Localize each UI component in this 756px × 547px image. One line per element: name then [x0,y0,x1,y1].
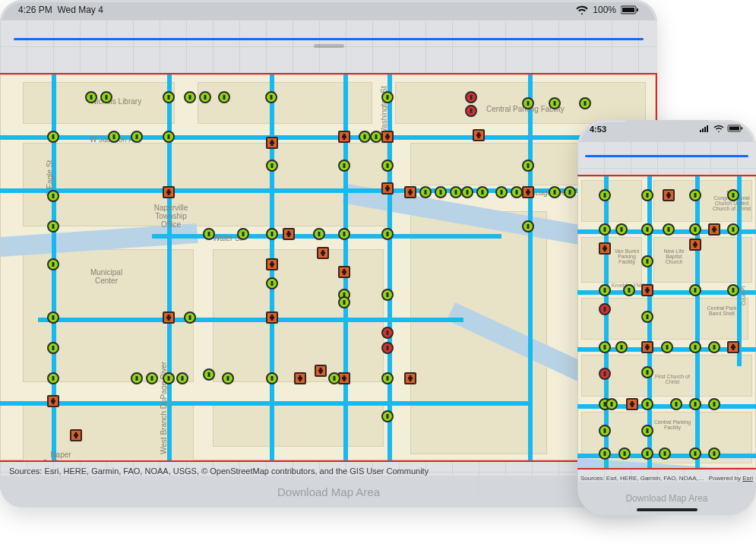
orange-marker[interactable] [473,129,485,141]
green-marker[interactable] [381,91,394,103]
green-marker[interactable] [659,447,671,460]
green-marker[interactable] [338,228,350,240]
green-marker[interactable] [689,341,701,353]
green-marker[interactable] [689,284,701,296]
green-marker[interactable] [579,97,591,109]
orange-marker[interactable] [47,395,59,407]
green-marker[interactable] [266,277,278,289]
green-marker[interactable] [450,186,462,198]
map-view[interactable]: Nichols Library W Jackson Ave Central Pa… [0,73,657,462]
orange-marker[interactable] [404,372,416,384]
orange-marker[interactable] [283,228,295,240]
orange-marker[interactable] [626,398,638,410]
green-marker[interactable] [522,160,534,172]
green-marker[interactable] [47,311,59,324]
green-marker[interactable] [266,228,278,240]
green-marker[interactable] [661,341,673,353]
green-marker[interactable] [203,228,215,240]
download-map-button[interactable]: Download Map Area [0,476,657,507]
green-marker[interactable] [615,223,628,236]
green-marker[interactable] [641,398,653,410]
green-marker[interactable] [359,131,371,143]
orange-marker[interactable] [315,365,327,377]
green-marker[interactable] [163,91,175,103]
orange-marker[interactable] [663,189,675,201]
orange-marker[interactable] [641,341,653,353]
green-marker[interactable] [338,160,350,172]
green-marker[interactable] [47,258,59,270]
green-marker[interactable] [266,372,278,384]
green-marker[interactable] [370,131,382,143]
grabber-icon[interactable] [314,44,344,48]
green-marker[interactable] [641,255,653,267]
orange-marker[interactable] [266,137,278,149]
green-marker[interactable] [727,284,739,296]
green-marker[interactable] [47,190,59,202]
orange-marker[interactable] [338,266,350,278]
green-marker[interactable] [689,447,701,460]
red-marker[interactable] [599,368,611,380]
green-marker[interactable] [199,91,211,103]
orange-marker[interactable] [404,186,416,198]
green-marker[interactable] [606,398,618,410]
green-marker[interactable] [708,341,720,353]
green-marker[interactable] [663,223,675,236]
orange-marker[interactable] [266,311,278,324]
green-marker[interactable] [47,372,59,384]
green-marker[interactable] [549,186,561,198]
green-marker[interactable] [47,131,59,143]
green-marker[interactable] [328,372,340,384]
red-marker[interactable] [465,105,477,117]
green-marker[interactable] [184,91,196,103]
green-marker[interactable] [641,223,653,236]
green-marker[interactable] [549,97,561,109]
green-marker[interactable] [47,220,59,232]
green-marker[interactable] [381,410,394,422]
green-marker[interactable] [222,372,234,384]
green-marker[interactable] [599,223,611,236]
green-marker[interactable] [163,131,175,143]
green-marker[interactable] [146,372,158,384]
orange-marker[interactable] [70,429,82,441]
home-indicator[interactable] [637,508,697,511]
green-marker[interactable] [641,366,653,378]
green-marker[interactable] [599,284,611,296]
orange-marker[interactable] [522,186,534,198]
green-marker[interactable] [218,91,230,103]
green-marker[interactable] [381,228,394,240]
green-marker[interactable] [641,425,653,437]
green-marker[interactable] [599,341,611,353]
green-marker[interactable] [615,341,628,353]
orange-marker[interactable] [338,131,350,143]
green-marker[interactable] [599,425,611,437]
green-marker[interactable] [338,296,350,308]
red-marker[interactable] [465,91,477,103]
green-marker[interactable] [461,186,473,198]
orange-marker[interactable] [381,182,394,194]
orange-marker[interactable] [708,223,720,236]
green-marker[interactable] [727,223,739,236]
green-marker[interactable] [689,398,701,410]
green-marker[interactable] [495,186,508,198]
green-marker[interactable] [100,91,112,103]
green-marker[interactable] [476,186,489,198]
green-marker[interactable] [313,228,325,240]
green-marker[interactable] [727,189,739,201]
orange-marker[interactable] [599,242,611,255]
green-marker[interactable] [689,189,701,201]
green-marker[interactable] [708,398,720,410]
green-marker[interactable] [511,186,523,198]
green-marker[interactable] [131,372,143,384]
green-marker[interactable] [599,189,611,201]
green-marker[interactable] [203,368,215,381]
green-marker[interactable] [641,189,653,201]
green-marker[interactable] [435,186,447,198]
green-marker[interactable] [641,311,653,323]
green-marker[interactable] [176,372,188,384]
green-marker[interactable] [131,131,143,143]
green-marker[interactable] [522,220,534,232]
orange-marker[interactable] [689,239,701,251]
green-marker[interactable] [618,447,631,460]
green-marker[interactable] [108,131,120,143]
green-marker[interactable] [184,311,196,324]
